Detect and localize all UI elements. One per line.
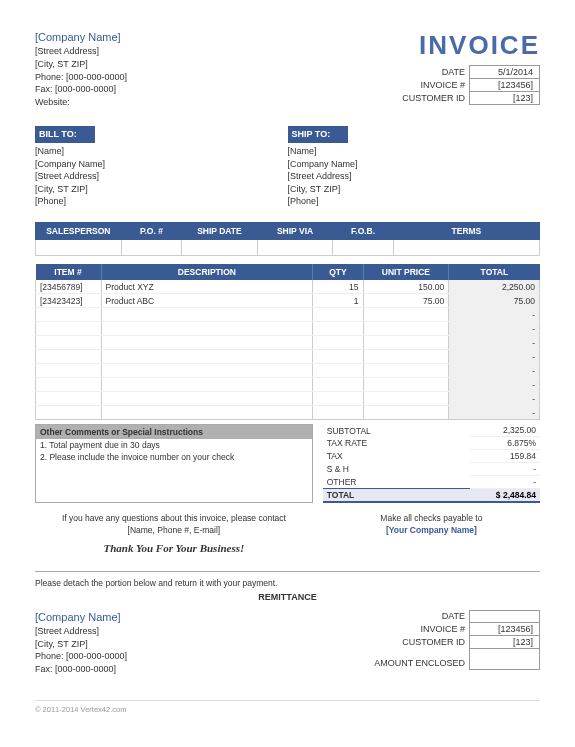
item-row: - xyxy=(36,364,540,378)
payable-block: Make all checks payable to [Your Company… xyxy=(323,513,540,556)
item-cell-description: Product XYZ xyxy=(101,280,313,294)
company-city: [City, ST ZIP] xyxy=(35,58,127,71)
comments-box: Other Comments or Special Instructions 1… xyxy=(35,424,313,503)
item-cell-description xyxy=(101,350,313,364)
remit-date-value xyxy=(470,610,540,622)
detach-instruction: Please detach the portion below and retu… xyxy=(35,578,540,588)
item-cell-total: - xyxy=(449,336,540,350)
ship-to-block: SHIP TO: [Name] [Company Name] [Street A… xyxy=(288,126,541,208)
details-header-shipdate: SHIP DATE xyxy=(182,222,258,239)
comments-line1: 1. Total payment due in 30 days xyxy=(36,439,312,451)
bill-to-company: [Company Name] xyxy=(35,158,288,171)
ship-to-city: [City, ST ZIP] xyxy=(288,183,541,196)
item-cell-total: - xyxy=(449,378,540,392)
comments-line2: 2. Please include the invoice number on … xyxy=(36,451,312,463)
items-header-price: UNIT PRICE xyxy=(363,264,449,280)
details-header-po: P.O. # xyxy=(121,222,181,239)
ship-to-phone: [Phone] xyxy=(288,195,541,208)
item-cell-qty xyxy=(313,350,363,364)
item-row: - xyxy=(36,378,540,392)
remit-customer-label: CUSTOMER ID xyxy=(370,635,469,648)
remit-company-street: [Street Address] xyxy=(35,625,127,638)
item-row: - xyxy=(36,322,540,336)
item-cell-qty xyxy=(313,308,363,322)
item-cell-price: 150.00 xyxy=(363,280,449,294)
company-fax: Fax: [000-000-0000] xyxy=(35,83,127,96)
details-header-salesperson: SALESPERSON xyxy=(36,222,122,239)
items-header-item: ITEM # xyxy=(36,264,102,280)
divider-line xyxy=(35,571,540,572)
invoice-title-block: INVOICE DATE5/1/2014 INVOICE #[123456] C… xyxy=(398,30,540,105)
item-cell-item xyxy=(36,392,102,406)
item-cell-price xyxy=(363,392,449,406)
meta-date-value: 5/1/2014 xyxy=(470,66,540,79)
item-cell-price xyxy=(363,322,449,336)
item-cell-total: - xyxy=(449,406,540,420)
item-cell-qty xyxy=(313,336,363,350)
bill-to-header: BILL TO: xyxy=(35,126,95,143)
ship-to-name: [Name] xyxy=(288,145,541,158)
item-cell-qty xyxy=(313,406,363,420)
item-cell-price xyxy=(363,308,449,322)
item-cell-description xyxy=(101,406,313,420)
remit-amount-value xyxy=(470,648,540,669)
item-cell-total: - xyxy=(449,308,540,322)
company-phone: Phone: [000-000-0000] xyxy=(35,71,127,84)
item-cell-description xyxy=(101,308,313,322)
item-cell-item xyxy=(36,364,102,378)
details-header-shipvia: SHIP VIA xyxy=(257,222,333,239)
contact-line1: If you have any questions about this inv… xyxy=(35,513,313,525)
item-row: [23423423]Product ABC175.0075.00 xyxy=(36,294,540,308)
items-table: ITEM # DESCRIPTION QTY UNIT PRICE TOTAL … xyxy=(35,264,540,421)
bill-to-city: [City, ST ZIP] xyxy=(35,183,288,196)
item-cell-description xyxy=(101,322,313,336)
item-cell-qty: 15 xyxy=(313,280,363,294)
item-cell-description xyxy=(101,378,313,392)
taxrate-label: TAX RATE xyxy=(323,437,470,450)
items-header-description: DESCRIPTION xyxy=(101,264,313,280)
item-cell-total: - xyxy=(449,350,540,364)
item-cell-total: - xyxy=(449,392,540,406)
remit-customer-value: [123] xyxy=(470,635,540,648)
payable-name: [Your Company Name] xyxy=(323,525,540,537)
company-name: [Company Name] xyxy=(35,30,127,45)
remit-company-name: [Company Name] xyxy=(35,610,127,625)
ship-to-street: [Street Address] xyxy=(288,170,541,183)
item-cell-price xyxy=(363,350,449,364)
remit-meta-block: DATE INVOICE #[123456] CUSTOMER ID[123] … xyxy=(370,610,540,670)
item-row: - xyxy=(36,406,540,420)
remit-company-block: [Company Name] [Street Address] [City, S… xyxy=(35,610,127,676)
ship-to-header: SHIP TO: xyxy=(288,126,348,143)
bill-to-name: [Name] xyxy=(35,145,288,158)
ship-to-company: [Company Name] xyxy=(288,158,541,171)
item-cell-qty xyxy=(313,378,363,392)
item-cell-price xyxy=(363,406,449,420)
footer-copyright: © 2011-2014 Vertex42.com xyxy=(35,700,540,714)
company-website: Website: xyxy=(35,96,127,109)
item-cell-total: - xyxy=(449,364,540,378)
bill-to-block: BILL TO: [Name] [Company Name] [Street A… xyxy=(35,126,288,208)
item-cell-price: 75.00 xyxy=(363,294,449,308)
item-cell-item: [23456789] xyxy=(36,280,102,294)
item-row: - xyxy=(36,350,540,364)
contact-line2: [Name, Phone #, E-mail] xyxy=(35,525,313,537)
item-cell-description xyxy=(101,364,313,378)
remit-date-label: DATE xyxy=(370,610,469,622)
meta-date-label: DATE xyxy=(398,66,469,79)
remit-invoice-value: [123456] xyxy=(470,622,540,635)
item-cell-item xyxy=(36,350,102,364)
items-header-qty: QTY xyxy=(313,264,363,280)
item-cell-price xyxy=(363,378,449,392)
subtotal-label: SUBTOTAL xyxy=(323,424,470,437)
item-row: - xyxy=(36,392,540,406)
details-row xyxy=(36,239,540,255)
other-value: - xyxy=(470,476,540,489)
header-row: [Company Name] [Street Address] [City, S… xyxy=(35,30,540,108)
contact-block: If you have any questions about this inv… xyxy=(35,513,313,556)
sh-value: - xyxy=(470,463,540,476)
item-cell-description xyxy=(101,336,313,350)
item-cell-item xyxy=(36,322,102,336)
bill-ship-row: BILL TO: [Name] [Company Name] [Street A… xyxy=(35,126,540,208)
item-cell-description xyxy=(101,392,313,406)
bill-to-street: [Street Address] xyxy=(35,170,288,183)
